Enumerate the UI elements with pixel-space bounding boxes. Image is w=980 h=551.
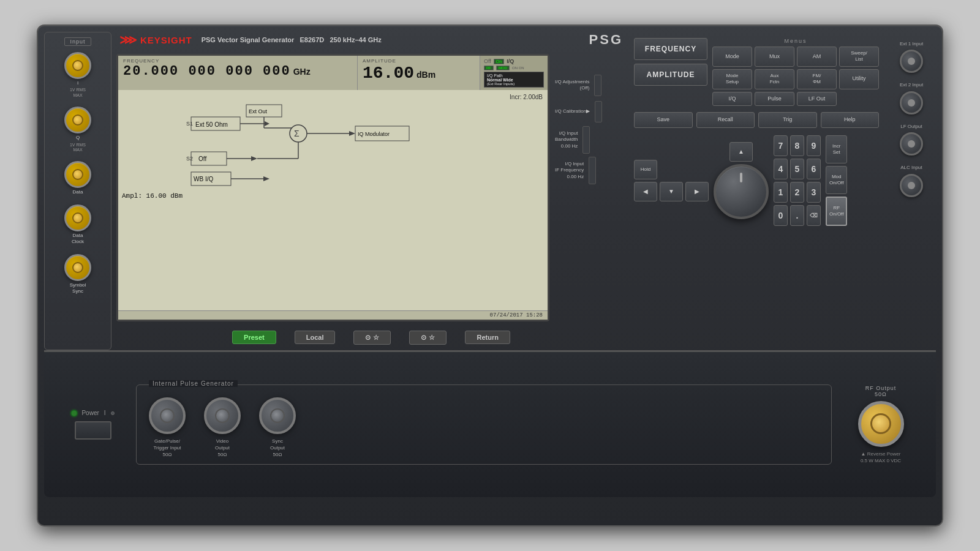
mod-on-btn[interactable]: MOD	[496, 66, 510, 70]
frequency-unit: GHz	[293, 67, 311, 77]
mux-button[interactable]: Mux	[755, 47, 794, 67]
fm-phim-button[interactable]: FM/ΦM	[797, 69, 837, 89]
utility-button[interactable]: Utility	[839, 69, 879, 89]
key-1[interactable]: 1	[774, 182, 788, 203]
key-backspace[interactable]: ⌫	[807, 205, 821, 226]
left-button[interactable]: ◀	[634, 182, 657, 201]
svg-marker-25	[263, 176, 270, 181]
tuning-knob[interactable]	[714, 164, 769, 219]
right-button[interactable]: ▶	[685, 182, 709, 201]
local-button[interactable]: Local	[295, 331, 336, 344]
iq-status-panel: Off On I/Q RF MOD ON ON I/Q Path	[480, 56, 548, 90]
gate-pulse-connector[interactable]	[149, 397, 186, 434]
save-button[interactable]: Save	[634, 112, 693, 128]
ampl-line: Ampl: 16.00 dBm	[122, 192, 183, 200]
power-led	[72, 411, 77, 416]
ext1-connector[interactable]	[900, 50, 923, 73]
hold-button[interactable]: Hold	[634, 160, 657, 179]
aux-fctn-button[interactable]: AuxFctn	[755, 69, 794, 89]
main-buttons-col: FREQUENCY AMPLITUDE	[634, 38, 707, 86]
softkey-btn-2[interactable]	[595, 101, 602, 122]
frequency-button[interactable]: FREQUENCY	[634, 38, 707, 60]
am-button[interactable]: AM	[797, 47, 837, 67]
right-softkeys: I/Q Adjustments(Off) I/Q Calibration▶ I/…	[552, 54, 626, 321]
key-2[interactable]: 2	[790, 182, 804, 203]
frequency-label: FREQUENCY	[123, 58, 352, 64]
rf-output-connector[interactable]	[858, 401, 904, 447]
trig-button[interactable]: Trig	[758, 112, 817, 128]
alc-input-connector[interactable]	[900, 174, 923, 197]
rf-output-section: RF Output50Ω ▲ Reverse Power0.5 W MAX 0 …	[844, 385, 918, 464]
svg-text:Σ: Σ	[294, 129, 300, 138]
data-clock-connector[interactable]	[64, 204, 91, 231]
symbol-sync-connector[interactable]	[64, 254, 91, 281]
softkey-btn-3[interactable]	[582, 126, 590, 154]
preset-button[interactable]: Preset	[232, 331, 276, 344]
knob-row: Hold ◀ ▼ ▶ ▲ 7 8 9	[634, 135, 879, 226]
lf-output-connector[interactable]	[900, 132, 923, 156]
up-button[interactable]: ▲	[729, 142, 753, 162]
nav1-button[interactable]: ⊙ ☆	[353, 331, 391, 345]
nav2-button[interactable]: ⊙ ☆	[409, 331, 447, 345]
lf-out-button[interactable]: LF Out	[797, 92, 837, 107]
keypad-section: 7 8 9 4 5 6 1 2 3 0 . ⌫ IncrSet	[774, 135, 847, 226]
key-5[interactable]: 5	[790, 159, 804, 179]
amplitude-value: 16.00	[363, 64, 414, 83]
rf-onoff-button[interactable]: RFOn/Off	[826, 197, 847, 226]
recall-button[interactable]: Recall	[696, 112, 755, 128]
symbol-sync-connector-group: SymbolSync	[64, 254, 91, 295]
sync-output-connector[interactable]	[259, 397, 296, 434]
key-7[interactable]: 7	[774, 135, 788, 156]
svg-marker-4	[265, 121, 270, 126]
svg-text:IQ Modulator: IQ Modulator	[358, 131, 390, 137]
help-button[interactable]: Help	[821, 112, 880, 128]
power-label: Power	[81, 410, 99, 416]
key-8[interactable]: 8	[790, 135, 804, 156]
incr-set-button[interactable]: IncrSet	[826, 135, 847, 163]
key-6[interactable]: 6	[807, 159, 821, 179]
mode-setup-button[interactable]: ModeSetup	[712, 69, 752, 89]
key-4[interactable]: 4	[774, 159, 788, 179]
iq-button[interactable]: I/Q	[712, 92, 752, 107]
down-button[interactable]: ▼	[660, 182, 683, 201]
psg-label: PSG	[589, 32, 623, 48]
key-9[interactable]: 9	[807, 135, 821, 156]
rf-on-btn[interactable]: RF	[484, 66, 494, 70]
key-0[interactable]: 0	[774, 205, 788, 226]
internal-pulse-section: Internal Pulse Generator Gate/Pulse/Trig…	[136, 384, 832, 465]
mod-onoff-button[interactable]: ModOn/Off	[826, 166, 847, 194]
up-knob-group: ▲	[714, 142, 769, 219]
data-connector[interactable]	[64, 161, 91, 188]
softkey-iq-adjustments[interactable]: I/Q Adjustments(Off)	[552, 73, 592, 97]
video-output-connector[interactable]	[204, 397, 241, 434]
key-3[interactable]: 3	[807, 182, 821, 203]
amplitude-button[interactable]: AMPLITUDE	[634, 64, 707, 86]
menus-title: Menus	[712, 38, 879, 44]
ext2-connector[interactable]	[900, 91, 923, 114]
timestamp: 07/24/2017 15:28	[490, 312, 543, 318]
mode-button[interactable]: Mode	[712, 47, 752, 67]
svg-text:S1: S1	[186, 121, 193, 127]
q-connector[interactable]	[64, 107, 91, 133]
softkey-btn-1[interactable]	[594, 75, 601, 96]
softkey-iq-calibration[interactable]: I/Q Calibration▶	[552, 100, 592, 123]
screen-header: FREQUENCY 20.000 000 000 000 GHz AMPLITU…	[118, 56, 548, 90]
amplitude-unit: dBm	[417, 70, 435, 80]
data-connector-group: Data	[64, 161, 91, 195]
i-connector[interactable]	[64, 52, 91, 79]
return-button[interactable]: Return	[465, 331, 510, 344]
ext2-input-group: Ext 2 Input	[900, 82, 923, 114]
svg-text:WB I/Q: WB I/Q	[194, 176, 213, 182]
video-output-item: VideoOutput50Ω	[204, 397, 241, 459]
lf-output-group: LF Output	[900, 124, 923, 156]
softkey-btn-4[interactable]	[589, 157, 596, 184]
brand-name: KEYSIGHT	[140, 35, 192, 45]
iq-on-btn[interactable]: On	[494, 59, 504, 64]
pulse-button[interactable]: Pulse	[755, 92, 794, 107]
key-dot[interactable]: .	[790, 205, 804, 226]
function-keys-row: Save Recall Trig Help	[634, 112, 879, 128]
power-button[interactable]	[75, 421, 111, 440]
sweep-list-button[interactable]: Sweep/List	[839, 47, 879, 67]
internal-pulse-title: Internal Pulse Generator	[149, 380, 238, 387]
product-info: PSG Vector Signal Generator E8267D 250 k…	[202, 36, 382, 43]
